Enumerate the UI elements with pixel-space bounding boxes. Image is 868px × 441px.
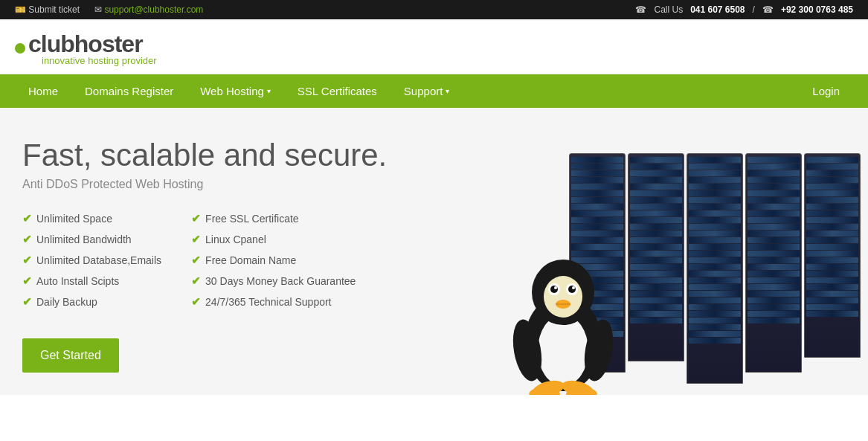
web-hosting-dropdown-arrow: ▾ bbox=[267, 87, 271, 95]
nav-web-hosting[interactable]: Web Hosting ▾ bbox=[187, 74, 284, 108]
topbar-right: ☎ Call Us 041 607 6508 / ☎ +92 300 0763 … bbox=[635, 4, 853, 15]
features-grid: ✔ Unlimited Space ✔ Unlimited Bandwidth … bbox=[22, 212, 846, 309]
navbar: Home Domains Register Web Hosting ▾ SSL … bbox=[0, 74, 868, 108]
nav-login[interactable]: Login bbox=[799, 74, 853, 108]
logo[interactable]: clubhoster innovative hosting provider bbox=[15, 30, 853, 66]
topbar: 🎫 Submit ticket ✉ support@clubhoster.com… bbox=[0, 0, 868, 19]
ticket-icon: 🎫 bbox=[15, 4, 26, 15]
check-icon-6: ✔ bbox=[191, 212, 201, 225]
check-icon-2: ✔ bbox=[22, 233, 32, 246]
check-icon-5: ✔ bbox=[22, 295, 32, 309]
check-icon-4: ✔ bbox=[22, 274, 32, 288]
check-icon-9: ✔ bbox=[191, 274, 201, 288]
check-icon-10: ✔ bbox=[191, 295, 201, 309]
logo-name: clubhoster bbox=[28, 30, 157, 58]
phone2[interactable]: +92 300 0763 485 bbox=[781, 4, 853, 15]
features-col-left: ✔ Unlimited Space ✔ Unlimited Bandwidth … bbox=[22, 212, 161, 309]
feature-unlimited-bandwidth: ✔ Unlimited Bandwidth bbox=[22, 233, 161, 246]
nav-domains-register[interactable]: Domains Register bbox=[71, 74, 187, 108]
feature-money-back: ✔ 30 Days Money Back Guarantee bbox=[191, 274, 356, 288]
logo-dot bbox=[15, 43, 25, 54]
support-email-link[interactable]: ✉ support@clubhoster.com bbox=[94, 4, 203, 15]
check-icon-3: ✔ bbox=[22, 254, 32, 267]
topbar-left: 🎫 Submit ticket ✉ support@clubhoster.com bbox=[15, 4, 203, 15]
nav-ssl-certificates[interactable]: SSL Certificates bbox=[284, 74, 390, 108]
feature-unlimited-database: ✔ Unlimited Database,Emails bbox=[22, 254, 161, 267]
feature-free-domain: ✔ Free Domain Name bbox=[191, 254, 356, 267]
phone1[interactable]: 041 607 6508 bbox=[690, 4, 745, 15]
nav-support[interactable]: Support ▾ bbox=[390, 74, 463, 108]
hero-section: Fast, scalable and secure. Anti DDoS Pro… bbox=[0, 108, 868, 395]
get-started-button[interactable]: Get Started bbox=[22, 338, 119, 373]
check-icon-8: ✔ bbox=[191, 254, 201, 267]
support-dropdown-arrow: ▾ bbox=[446, 87, 449, 95]
feature-tech-support: ✔ 24/7/365 Technical Support bbox=[191, 295, 356, 309]
feature-free-ssl: ✔ Free SSL Certificate bbox=[191, 212, 356, 225]
nav-home[interactable]: Home bbox=[15, 74, 71, 108]
navbar-left: Home Domains Register Web Hosting ▾ SSL … bbox=[15, 74, 463, 108]
submit-ticket-link[interactable]: 🎫 Submit ticket bbox=[15, 4, 80, 15]
envelope-icon: ✉ bbox=[94, 4, 102, 15]
logobar: clubhoster innovative hosting provider bbox=[0, 19, 868, 74]
feature-unlimited-space: ✔ Unlimited Space bbox=[22, 212, 161, 225]
call-us-label: Call Us bbox=[654, 4, 683, 15]
feature-daily-backup: ✔ Daily Backup bbox=[22, 295, 161, 309]
logo-tagline: innovative hosting provider bbox=[42, 55, 157, 66]
feature-linux-cpanel: ✔ Linux Cpanel bbox=[191, 233, 356, 246]
phone-icon2: ☎ bbox=[762, 4, 774, 15]
hero-subtitle: Anti DDoS Protected Web Hosting bbox=[22, 178, 846, 191]
check-icon-1: ✔ bbox=[22, 212, 32, 225]
feature-auto-install: ✔ Auto Install Scipts bbox=[22, 274, 161, 288]
features-col-right: ✔ Free SSL Certificate ✔ Linux Cpanel ✔ … bbox=[191, 212, 356, 309]
phone-icon: ☎ bbox=[635, 4, 646, 15]
hero-title: Fast, scalable and secure. bbox=[22, 138, 846, 173]
check-icon-7: ✔ bbox=[191, 233, 201, 246]
hero-content: Fast, scalable and secure. Anti DDoS Pro… bbox=[22, 138, 846, 373]
